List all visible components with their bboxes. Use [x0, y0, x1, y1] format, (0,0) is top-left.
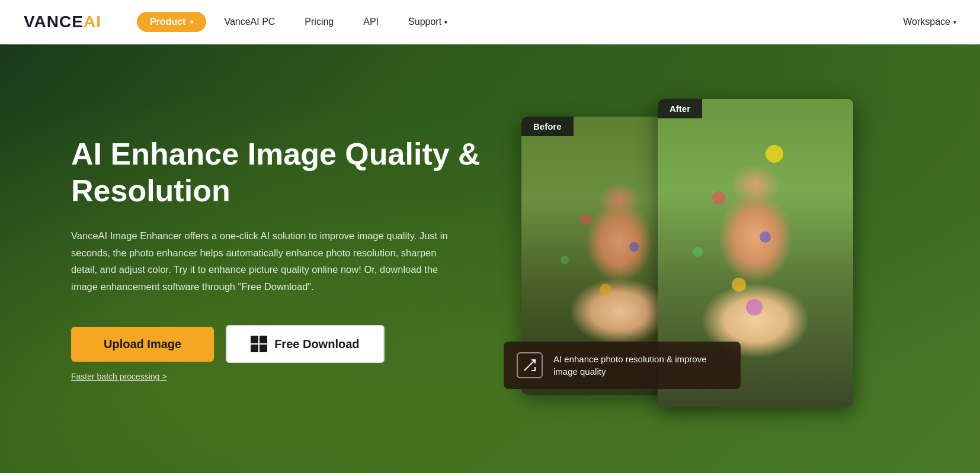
hero-description: VanceAI Image Enhancer offers a one-clic…	[71, 227, 450, 296]
tooltip-text: AI enhance photo resolution & improve im…	[553, 353, 728, 378]
nav-right: Workspace ▾	[903, 17, 956, 27]
chevron-down-icon: ▾	[190, 19, 193, 25]
navbar: VANCE AI Product ▾ VanceAI PC Pricing AP…	[0, 0, 980, 44]
free-download-button[interactable]: Free Download	[226, 325, 384, 363]
vanceai-pc-link[interactable]: VanceAI PC	[212, 12, 287, 32]
product-label: Product	[150, 17, 185, 27]
logo[interactable]: VANCE AI	[24, 12, 101, 31]
chevron-down-icon: ▾	[444, 19, 447, 25]
arrow-up-right-icon	[523, 358, 537, 372]
before-label: Before	[521, 117, 574, 136]
chevron-down-icon: ▾	[953, 19, 956, 25]
logo-ai: AI	[84, 12, 101, 31]
product-nav-button[interactable]: Product ▾	[137, 12, 206, 32]
tooltip-overlay: AI enhance photo resolution & improve im…	[504, 342, 741, 389]
workspace-link[interactable]: Workspace ▾	[903, 17, 956, 27]
svg-line-0	[529, 360, 535, 366]
after-label: After	[658, 99, 702, 118]
hero-image-area: Before After	[521, 99, 853, 419]
hero-content: AI Enhance Image Quality & Resolution Va…	[71, 136, 486, 382]
faster-batch-link[interactable]: Faster batch processing >	[71, 372, 166, 381]
api-link[interactable]: API	[351, 12, 390, 32]
hero-section: AI Enhance Image Quality & Resolution Va…	[0, 44, 980, 473]
hero-buttons: Upload Image Free Download	[71, 325, 486, 363]
upload-image-button[interactable]: Upload Image	[71, 327, 214, 362]
enhance-icon	[517, 352, 543, 378]
logo-vance: VANCE	[24, 12, 84, 31]
support-link[interactable]: Support ▾	[396, 12, 459, 32]
svg-line-1	[524, 366, 529, 371]
windows-icon	[251, 336, 267, 352]
pricing-link[interactable]: Pricing	[293, 12, 345, 32]
hero-title: AI Enhance Image Quality & Resolution	[71, 136, 486, 210]
nav-links: Product ▾ VanceAI PC Pricing API Support…	[137, 12, 903, 32]
